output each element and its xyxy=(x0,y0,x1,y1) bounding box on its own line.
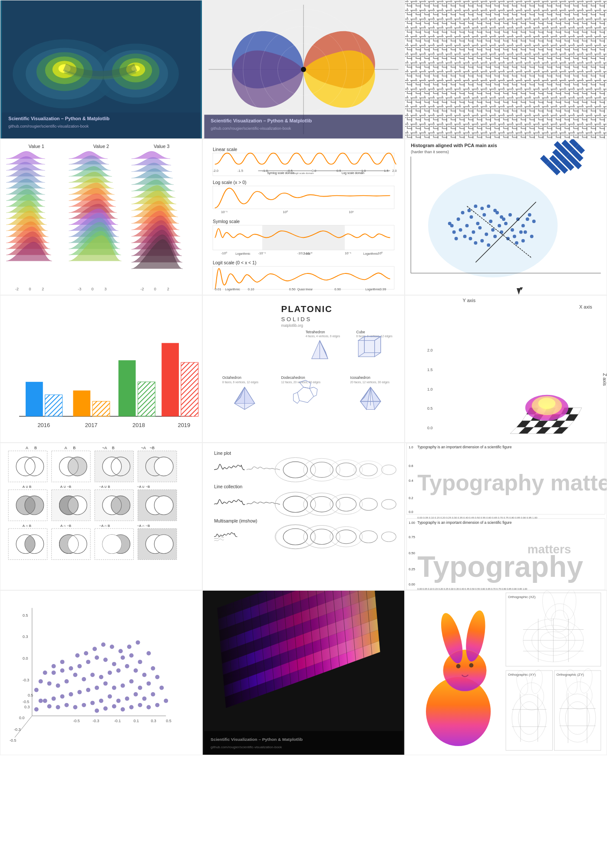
svg-point-169 xyxy=(526,217,529,221)
svg-text:Line collection: Line collection xyxy=(214,484,242,489)
svg-point-177 xyxy=(521,239,525,243)
svg-point-454 xyxy=(73,673,77,677)
svg-point-168 xyxy=(521,224,525,227)
svg-point-146 xyxy=(459,228,462,232)
svg-text:8 faces, 6 vertices, 12 edges: 8 faces, 6 vertices, 12 edges xyxy=(222,381,259,384)
svg-point-139 xyxy=(472,230,475,234)
svg-point-359 xyxy=(102,535,122,554)
svg-text:0.0: 0.0 xyxy=(312,169,317,173)
svg-text:Typography is an important dim: Typography is an important dimension of … xyxy=(417,445,511,449)
svg-point-156 xyxy=(519,230,523,234)
svg-text:0.3: 0.3 xyxy=(24,705,30,709)
svg-point-147 xyxy=(463,235,467,238)
svg-text:0.5: 0.5 xyxy=(427,406,432,411)
svg-point-175 xyxy=(530,235,534,238)
svg-point-135 xyxy=(489,220,492,223)
svg-text:~A: ~A xyxy=(102,446,107,450)
svg-text:Orthographic (XY): Orthographic (XY) xyxy=(508,673,536,677)
svg-point-448 xyxy=(125,664,129,668)
svg-text:~A ∩ B: ~A ∩ B xyxy=(99,524,110,528)
svg-point-152 xyxy=(493,235,497,238)
svg-text:0.0: 0.0 xyxy=(19,716,24,720)
svg-point-134 xyxy=(482,213,486,217)
svg-point-467 xyxy=(69,692,73,697)
svg-text:0.01: 0.01 xyxy=(215,287,221,291)
svg-text:Line plot: Line plot xyxy=(214,451,231,456)
svg-text:Multisample (imshow): Multisample (imshow) xyxy=(214,519,257,523)
svg-point-458 xyxy=(146,681,151,686)
svg-point-477 xyxy=(108,694,112,699)
svg-point-456 xyxy=(56,684,60,688)
svg-text:-10⁻² 10⁻²: -10⁻² 10⁻² xyxy=(297,251,313,255)
svg-point-328 xyxy=(25,496,44,515)
ridgeline-cell: Value 1 Value 2 Value 3 xyxy=(0,139,202,295)
svg-point-457 xyxy=(155,675,159,679)
svg-text:Symlog scale: Symlog scale xyxy=(213,219,240,224)
svg-text:4 faces, 4 vertices, 6 edges: 4 faces, 4 vertices, 6 edges xyxy=(306,335,340,338)
svg-point-178 xyxy=(515,241,518,245)
svg-point-502 xyxy=(43,671,47,675)
svg-text:A ∩ B: A ∩ B xyxy=(23,524,31,528)
svg-point-496 xyxy=(119,649,123,653)
svg-text:github.com/rougier/scientific-: github.com/rougier/scientific-visualizat… xyxy=(211,745,282,749)
svg-text:-1.0: -1.0 xyxy=(262,169,268,173)
svg-point-159 xyxy=(467,209,471,212)
svg-point-501 xyxy=(52,664,56,668)
svg-rect-207 xyxy=(73,391,90,417)
svg-point-140 xyxy=(478,226,482,230)
svg-point-504 xyxy=(39,679,43,684)
spectro-cell: Scientific Visualization – Python & Matp… xyxy=(202,590,405,755)
venn-cell: A B A B ~A B ~A ~B xyxy=(0,443,202,590)
svg-text:Scientific Visualization – Pyt: Scientific Visualization – Python & Matp… xyxy=(8,116,109,121)
svg-text:Logit scale (0 < x < 1): Logit scale (0 < x < 1) xyxy=(213,260,256,265)
svg-point-148 xyxy=(468,237,472,240)
svg-text:0.5: 0.5 xyxy=(23,613,28,618)
svg-rect-413 xyxy=(2,591,201,755)
svg-point-494 xyxy=(101,642,106,647)
svg-text:0.0: 0.0 xyxy=(427,426,432,430)
svg-point-450 xyxy=(108,671,112,675)
svg-point-493 xyxy=(92,647,97,651)
svg-point-451 xyxy=(99,675,103,679)
svg-point-505 xyxy=(47,681,52,686)
svg-point-548 xyxy=(469,663,473,667)
svg-text:1.5: 1.5 xyxy=(384,169,389,173)
svg-text:20 faces, 12 vertices, 30 edge: 20 faces, 12 vertices, 30 edges xyxy=(350,381,390,384)
svg-point-447 xyxy=(134,668,138,673)
svg-text:Z axis: Z axis xyxy=(602,373,607,386)
svg-text:Value 3: Value 3 xyxy=(154,144,169,149)
svg-text:0.0: 0.0 xyxy=(23,656,28,661)
svg-text:0.2: 0.2 xyxy=(409,496,413,500)
svg-point-480 xyxy=(82,703,86,707)
pca-cell: Histogram aligned with PCA main axis (ha… xyxy=(405,139,607,295)
svg-text:~A: ~A xyxy=(141,446,146,450)
svg-point-153 xyxy=(500,230,503,234)
svg-point-475 xyxy=(125,697,129,701)
contour-cell: Scientific Visualization – Python & Matp… xyxy=(0,0,202,139)
svg-text:0.6: 0.6 xyxy=(409,464,413,468)
svg-point-141 xyxy=(485,233,488,236)
typography-cell: 1.0 0.6 0.4 0.2 0.0 Typography is an imp… xyxy=(405,443,607,590)
svg-point-171 xyxy=(455,237,458,240)
svg-text:Typography matters: Typography matters xyxy=(417,470,607,495)
svg-text:0.90: 0.90 xyxy=(334,287,341,291)
svg-text:A ∪ B: A ∪ B xyxy=(23,485,32,489)
svg-point-476 xyxy=(116,699,121,703)
svg-text:Orthographic (ZY): Orthographic (ZY) xyxy=(556,673,584,677)
svg-text:0.00 0.05 0.10 0.15 0.20 0.25 : 0.00 0.05 0.10 0.15 0.20 0.25 0.30 0.35 … xyxy=(417,588,527,590)
svg-point-491 xyxy=(103,707,108,711)
svg-rect-204 xyxy=(26,382,43,417)
svg-point-474 xyxy=(134,692,138,697)
svg-point-442 xyxy=(146,651,151,655)
svg-point-452 xyxy=(90,673,95,677)
svg-point-19 xyxy=(301,67,306,72)
svg-point-485 xyxy=(155,703,159,707)
svg-text:-1.5: -1.5 xyxy=(238,169,243,173)
svg-text:Scientific Visualization – Pyt: Scientific Visualization – Python & Matp… xyxy=(211,118,312,123)
svg-point-163 xyxy=(493,209,497,212)
svg-text:A ∩ ~B: A ∩ ~B xyxy=(60,524,71,528)
svg-rect-103 xyxy=(213,186,394,209)
svg-text:A ∪ ~B: A ∪ ~B xyxy=(60,485,71,489)
svg-point-464 xyxy=(95,686,99,690)
svg-rect-213 xyxy=(162,343,179,416)
